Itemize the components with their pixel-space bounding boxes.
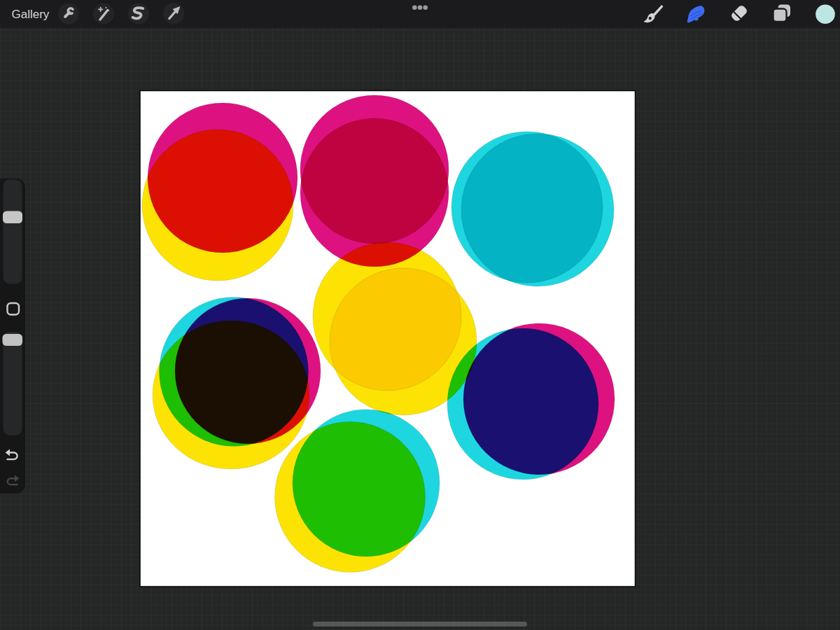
- svg-text:Gallery: Gallery: [12, 8, 50, 21]
